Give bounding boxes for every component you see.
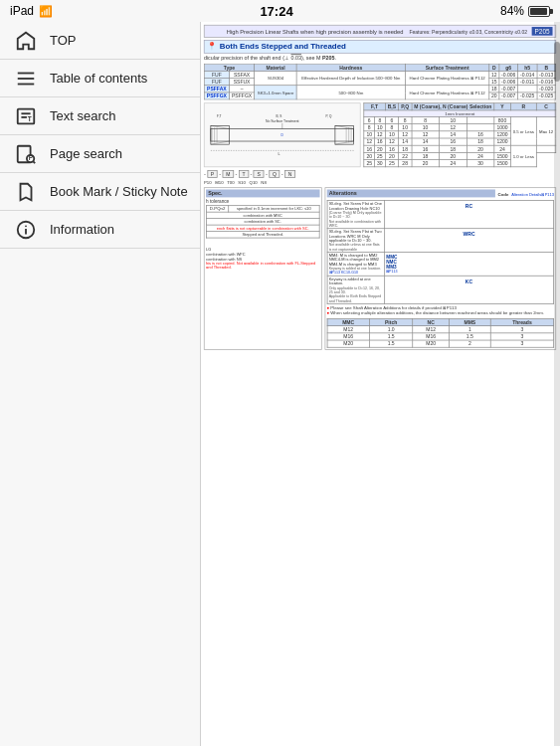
pn-n: N xyxy=(284,170,295,178)
svg-line-16 xyxy=(211,125,230,128)
table-row: M161.5M161.53 xyxy=(327,333,554,340)
table-row: M201.5M2023 xyxy=(327,340,554,347)
svg-text:F,T: F,T xyxy=(217,114,221,118)
col-bs: B,S xyxy=(385,103,398,110)
shaft-svg: L No Surface Treatment xyxy=(205,103,360,166)
sidebar-text-search-label: Text search xyxy=(50,108,115,123)
table-row: MMC Pitch NC MMS Threads xyxy=(327,318,554,325)
part-number-row: - P - M - T - S - Q - N xyxy=(204,170,556,178)
list-icon xyxy=(12,65,40,93)
col-b: B xyxy=(537,64,556,71)
table-row: Stepped and Threaded. xyxy=(206,232,319,238)
sidebar-toc-label: Table of contents xyxy=(50,71,147,86)
table-row: 68688108000.5 or LessMax 12 xyxy=(364,116,556,123)
col-c: C xyxy=(537,103,556,110)
pn-t: T xyxy=(239,170,249,178)
sidebar: TOP Table of contents T xyxy=(0,22,201,746)
alt-table: 90-deg. Set Screw Flat at One Location D… xyxy=(326,200,553,303)
col-pq: P,Q xyxy=(399,103,412,110)
table-row: Keyway is added at one location. Only ap… xyxy=(327,276,554,303)
table-row: PSFFAX– SK3+1.0mm Spare 500~800 Nm Hard … xyxy=(204,86,556,93)
info-icon xyxy=(12,216,40,244)
col-mms: MMS xyxy=(449,318,490,325)
spec-header: Spec. xyxy=(206,189,319,197)
sidebar-item-information[interactable]: Information xyxy=(0,211,200,249)
status-bar: iPad 📶 17:24 84% xyxy=(0,0,560,22)
shaft-drawing: L No Surface Treatment xyxy=(204,102,361,167)
copy-note: his is not copied. Not available in comb… xyxy=(206,261,319,270)
section-title: 📍 Both Ends Stepped and Threaded xyxy=(204,40,556,54)
svg-text:L: L xyxy=(279,152,280,156)
code-header: Code xyxy=(497,192,508,196)
col-d: D xyxy=(489,64,499,71)
pitch-table-wrapper: MMC Pitch NC MMS Threads M121.0M1213 xyxy=(326,318,553,348)
sidebar-top-label: TOP xyxy=(50,33,77,48)
time-display: 17:24 xyxy=(260,4,292,19)
sidebar-item-page-search[interactable]: P Page search xyxy=(0,135,200,173)
col-material: Material xyxy=(255,64,297,71)
col-h5: h5 xyxy=(518,64,537,71)
col-g6: g6 xyxy=(499,64,518,71)
part-number-sizes-row: P10 M10 T00 S10 Q10 N8 xyxy=(204,180,556,184)
home-icon xyxy=(12,27,40,55)
tolerance-label: h tolerance xyxy=(206,199,319,204)
bookmark-icon xyxy=(12,178,40,206)
order-table: F,T B,S P,Q M (Coarse), N (Coarse) Selec… xyxy=(364,102,557,167)
lower-section: Spec. h tolerance D-PQn2 specified in 0.… xyxy=(204,187,556,349)
col-m-coarse: M (Coarse), N (Coarse) Selection xyxy=(412,103,494,110)
spec-table: Type Material Hardness Surface Treatment… xyxy=(204,64,556,100)
col-nc: NC xyxy=(413,318,450,325)
sidebar-page-search-label: Page search xyxy=(50,146,122,161)
lg-label: LG xyxy=(206,247,319,251)
table-row: MM4: M is changed to MM2 NMC4-M is chang… xyxy=(327,252,554,276)
table-row: 90-deg. Set Screw Flat at Two Locations … xyxy=(327,229,554,253)
sidebar-item-toc[interactable]: Table of contents xyxy=(0,60,200,97)
content-area[interactable]: High Precision Linear Shafts when high p… xyxy=(201,22,560,746)
wifi-icon: 📶 xyxy=(39,5,53,18)
svg-line-20 xyxy=(335,141,354,144)
col-threads: Threads xyxy=(490,318,553,325)
svg-point-13 xyxy=(25,225,27,227)
pn-q: Q xyxy=(269,170,280,178)
col-type: Type xyxy=(204,64,254,71)
svg-text:D: D xyxy=(281,133,284,137)
sidebar-information-label: Information xyxy=(50,222,114,237)
pn-s: S xyxy=(254,170,265,178)
document-view[interactable]: High Precision Linear Shafts when high p… xyxy=(201,22,560,746)
status-right: 84% xyxy=(500,4,550,18)
table-row: FUFSSFAXSUS304 Effective Hardened Depth … xyxy=(204,71,556,78)
sidebar-item-text-search[interactable]: T Text search xyxy=(0,97,200,135)
alterations-section: Alterations Code Alteration Details⊠P113… xyxy=(324,187,556,349)
scroll-thumb[interactable] xyxy=(554,42,560,82)
main-layout: TOP Table of contents T xyxy=(0,22,560,746)
svg-line-9 xyxy=(33,161,35,163)
device-label: iPad xyxy=(10,4,34,18)
col-r: R xyxy=(510,103,536,110)
col-y: Y xyxy=(494,103,510,110)
sidebar-item-top[interactable]: TOP xyxy=(0,22,200,60)
scroll-indicator[interactable] xyxy=(554,22,560,746)
table-row: M121.0M1213 xyxy=(327,326,554,333)
order-table-wrapper: F,T B,S P,Q M (Coarse), N (Coarse) Selec… xyxy=(364,102,557,167)
top-note: High Precision Linear Shafts when high p… xyxy=(227,28,404,34)
spec-table-wrapper: Type Material Hardness Surface Treatment… xyxy=(204,64,556,100)
col-ft: F,T xyxy=(364,103,385,110)
features-text: Features: Perpendicularity ≤0.03, Concen… xyxy=(409,29,527,34)
col-hardness: Hardness xyxy=(296,64,405,71)
subtitle: dicular precision of the shaft end (⊥ 0.… xyxy=(204,55,556,61)
svg-text:P, Q: P, Q xyxy=(326,114,332,118)
sidebar-item-bookmark[interactable]: Book Mark / Sticky Note xyxy=(0,173,200,211)
svg-text:P: P xyxy=(29,154,34,161)
battery-icon xyxy=(528,6,550,17)
svg-text:No Surface Treatment: No Surface Treatment xyxy=(266,119,299,123)
col-surface: Surface Treatment xyxy=(405,64,489,71)
sidebar-bookmark-label: Book Mark / Sticky Note xyxy=(50,184,188,199)
alteration-detail-label: Alteration Details⊠P113 xyxy=(511,192,554,196)
note-row-2: ● When selecting multiple alteration add… xyxy=(326,310,553,316)
drawing-area: L No Surface Treatment xyxy=(204,102,556,167)
col-mmc: MMC xyxy=(327,318,370,325)
page-badge: P205 xyxy=(532,27,553,36)
pn-p: P xyxy=(207,170,218,178)
technical-document: High Precision Linear Shafts when high p… xyxy=(201,22,559,353)
page-search-icon: P xyxy=(12,140,40,168)
